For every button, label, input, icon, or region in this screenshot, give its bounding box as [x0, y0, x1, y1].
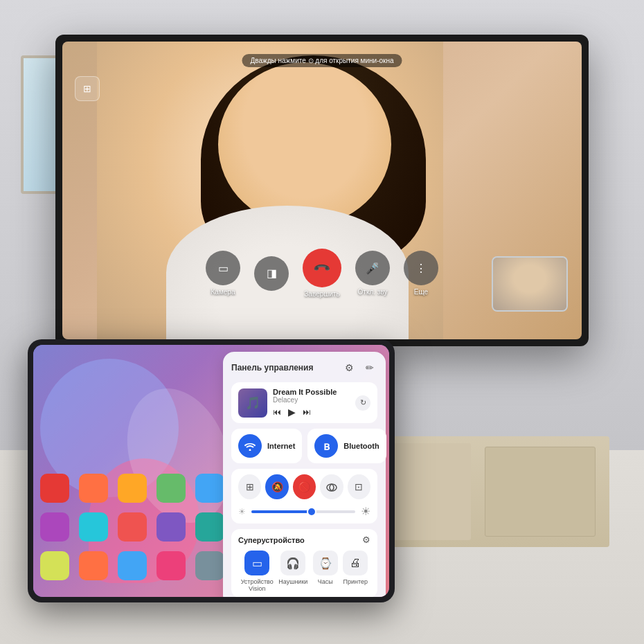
control-panel: Панель управления ⚙ ✏ 🎵 Dream It Possibl… — [223, 352, 386, 597]
music-refresh-button[interactable]: ↻ — [355, 395, 370, 411]
headphones-label: Наушники — [278, 578, 307, 585]
brightness-track[interactable] — [251, 510, 355, 513]
superdevice-title: Суперустройство — [238, 536, 305, 544]
brightness-row: ☀ ☀ — [238, 505, 370, 518]
hangup-button[interactable]: 📞 — [303, 249, 341, 287]
vision-label: УстройствоVision — [241, 578, 274, 592]
camera-button[interactable]: ▭ — [206, 251, 240, 285]
watch-icon: ⌚ — [313, 551, 338, 575]
printer-label: Принтер — [343, 578, 368, 585]
quick-toggles: ⊞ 🔕 🚫 ⊡ ☀ — [231, 469, 377, 524]
app-icon-14[interactable] — [156, 551, 186, 580]
hangup-control[interactable]: 📞 Завершить — [303, 249, 341, 298]
panel-edit-icon[interactable]: ✏ — [362, 360, 377, 375]
tv-stand-drawer-right — [485, 447, 596, 537]
screen-toggle[interactable]: ⊡ — [348, 474, 370, 499]
app-icon-6[interactable] — [40, 512, 69, 542]
tv-self-preview — [492, 256, 568, 312]
cast-toggle[interactable]: ⊞ — [238, 474, 261, 499]
mic-label: Откл. зву — [358, 288, 388, 296]
panel-header: Панель управления ⚙ ✏ — [231, 360, 377, 375]
app-icon-10[interactable] — [195, 512, 224, 542]
bluetooth-icon: ʙ — [314, 434, 338, 458]
music-info: Dream It Possible Delacey ⏮ ▶ ⏭ — [273, 388, 350, 418]
toggle-buttons-row: ⊞ 🔕 🚫 ⊡ — [238, 474, 370, 499]
brightness-thumb[interactable] — [307, 507, 316, 517]
tablet-app-grid — [40, 474, 227, 583]
tv-face — [218, 62, 391, 226]
app-icon-5[interactable] — [195, 474, 224, 503]
superdevice-section: Суперустройство ⚙ ▭ УстройствоVision 🎧 Н… — [231, 529, 377, 597]
hangup-label: Завершить — [304, 290, 339, 298]
music-play-button[interactable]: ▶ — [288, 406, 296, 418]
tv: Дважды нажмите ⊙ для открытия мини-окна … — [55, 35, 589, 346]
app-icon-13[interactable] — [118, 551, 147, 580]
camera-control[interactable]: ▭ Камера — [206, 251, 240, 296]
music-card: 🎵 Dream It Possible Delacey ⏮ ▶ ⏭ ↻ — [231, 382, 377, 423]
superdevice-headphones[interactable]: 🎧 Наушники — [278, 551, 307, 592]
mic-button[interactable]: 🎤 — [355, 251, 390, 285]
panel-header-icons: ⚙ ✏ — [341, 360, 377, 375]
more-label: Еще — [414, 288, 428, 296]
superdevice-printer[interactable]: 🖨 Принтер — [343, 551, 368, 592]
panel-settings-icon[interactable]: ⚙ — [341, 360, 357, 375]
music-next-button[interactable]: ⏭ — [303, 407, 311, 417]
tv-self-preview-image — [493, 258, 566, 310]
wireless-toggle[interactable] — [320, 474, 343, 499]
headphones-icon: 🎧 — [280, 551, 305, 575]
superdevice-header: Суперустройство ⚙ — [238, 535, 370, 545]
more-button[interactable]: ⋮ — [404, 251, 438, 285]
app-icon-1[interactable] — [40, 474, 69, 503]
music-title: Dream It Possible — [273, 388, 350, 396]
watch-label: Часы — [318, 578, 333, 585]
camera-label: Камера — [211, 288, 235, 296]
brightness-max-icon: ☀ — [361, 505, 370, 518]
app-icon-3[interactable] — [118, 474, 147, 503]
app-icon-11[interactable] — [40, 551, 69, 580]
superdevice-settings-icon[interactable]: ⚙ — [362, 535, 370, 545]
bluetooth-label: Bluetooth — [343, 442, 379, 450]
internet-card[interactable]: Internet — [231, 429, 302, 463]
tv-notification-bar: Дважды нажмите ⊙ для открытия мини-окна — [242, 54, 402, 67]
music-thumbnail: 🎵 — [238, 388, 267, 418]
brightness-fill — [251, 510, 314, 513]
app-icon-7[interactable] — [79, 512, 108, 542]
vision-icon: ▭ — [244, 551, 269, 575]
superdevice-watch[interactable]: ⌚ Часы — [313, 551, 338, 592]
app-icon-9[interactable] — [156, 512, 186, 542]
app-icon-8[interactable] — [118, 512, 147, 542]
music-controls: ⏮ ▶ ⏭ — [273, 406, 350, 418]
nodisturb-toggle[interactable]: 🚫 — [293, 474, 316, 499]
wifi-icon — [238, 434, 262, 458]
svg-point-0 — [327, 484, 337, 491]
mic-control[interactable]: 🎤 Откл. зву — [355, 251, 390, 296]
tv-screen: Дважды нажмите ⊙ для открытия мини-окна … — [62, 42, 582, 339]
more-control[interactable]: ⋮ Еще — [404, 251, 438, 296]
superdevice-vision[interactable]: ▭ УстройствоVision — [241, 551, 274, 592]
silent-toggle[interactable]: 🔕 — [265, 474, 288, 499]
app-icon-15[interactable] — [195, 551, 224, 580]
music-artist: Delacey — [273, 396, 350, 404]
tablet: Панель управления ⚙ ✏ 🎵 Dream It Possibl… — [28, 339, 395, 602]
internet-label: Internet — [267, 442, 295, 450]
app-icon-4[interactable] — [156, 474, 186, 503]
brightness-min-icon: ☀ — [238, 507, 246, 517]
music-prev-button[interactable]: ⏮ — [273, 407, 281, 417]
superdevice-items: ▭ УстройствоVision 🎧 Наушники ⌚ Часы 🖨 П… — [238, 551, 370, 592]
tv-mini-window-btn[interactable]: ⊞ — [75, 76, 100, 101]
video-control[interactable]: ◨ — [254, 256, 289, 291]
app-icon-12[interactable] — [79, 551, 108, 580]
tablet-screen[interactable]: Панель управления ⚙ ✏ 🎵 Dream It Possibl… — [33, 345, 389, 597]
app-icon-2[interactable] — [79, 474, 108, 503]
network-bt-row: Internet ʙ Bluetooth — [231, 429, 377, 463]
bluetooth-card[interactable]: ʙ Bluetooth — [307, 429, 386, 463]
video-button[interactable]: ◨ — [254, 256, 289, 291]
printer-icon: 🖨 — [343, 551, 368, 575]
panel-title: Панель управления — [231, 363, 313, 373]
